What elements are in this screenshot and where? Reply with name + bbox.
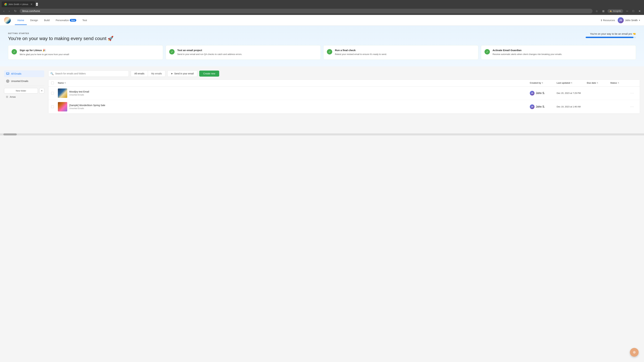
check-icon-2: ✓ bbox=[327, 49, 332, 54]
sidebar-item-all-emails[interactable]: All Emails bbox=[4, 70, 44, 77]
card-content-0: Sign up for Litmus 🎉 We're glad you're h… bbox=[20, 49, 160, 56]
getting-started-label: GETTING STARTED bbox=[8, 32, 114, 34]
card-content-1: Test an email project Send in your email… bbox=[177, 49, 317, 56]
progress-bar bbox=[586, 37, 634, 38]
row-1-actions-button[interactable]: ··· bbox=[630, 105, 637, 108]
tab-bar: John Smith > Litmus ✕ + bbox=[0, 0, 644, 7]
svg-point-1 bbox=[6, 80, 9, 82]
row-1-email-name: [Sample] Wonderblum Spring Sale bbox=[69, 104, 105, 107]
sort-due-date-icon[interactable]: ⇅ bbox=[597, 82, 598, 84]
row-1-thumbnail bbox=[58, 102, 67, 111]
col-header-last-updated: Last updated ⇅ bbox=[556, 82, 587, 84]
col-name-label: Name bbox=[58, 82, 64, 84]
sidebar-divider bbox=[4, 86, 44, 86]
sidebar-folder-amas[interactable]: Amas bbox=[4, 94, 44, 99]
select-all-checkbox[interactable] bbox=[51, 82, 54, 84]
row-0-thumbnail bbox=[58, 88, 67, 98]
col-last-updated-label: Last updated bbox=[556, 82, 570, 84]
row-0-creator-name: John S. bbox=[536, 92, 545, 95]
scrollbar-thumb[interactable] bbox=[3, 133, 17, 135]
sort-status-icon[interactable]: ⇅ bbox=[618, 82, 619, 84]
forward-button[interactable]: › bbox=[8, 9, 11, 13]
table-row[interactable]: [Sample] Wonderblum Spring Sale Unsorted… bbox=[48, 100, 640, 114]
nav-build-label: Build bbox=[44, 19, 50, 22]
card-content-3: Activate Email Guardian Receive automati… bbox=[492, 49, 632, 56]
col-status-label: Status bbox=[610, 82, 617, 84]
send-email-button[interactable]: ➤ Send in your email bbox=[167, 70, 197, 77]
nav-personalize[interactable]: Personalize New bbox=[53, 15, 79, 25]
unsorted-icon bbox=[6, 79, 10, 83]
nav-build[interactable]: Build bbox=[42, 15, 52, 25]
new-tab-button[interactable]: + bbox=[36, 3, 38, 6]
sidebar-all-emails-label: All Emails bbox=[11, 72, 21, 75]
resources-label: Resources bbox=[603, 19, 615, 22]
user-name: John Smith bbox=[625, 19, 638, 22]
new-folder-button[interactable]: New folder bbox=[4, 88, 38, 93]
row-1-name-group: [Sample] Wonderblum Spring Sale Unsorted… bbox=[69, 104, 105, 110]
card-title-2: Run a final check bbox=[335, 49, 475, 52]
resources-button[interactable]: ℹ Resources bbox=[601, 19, 615, 22]
sort-last-updated-icon[interactable]: ⇅ bbox=[571, 82, 572, 84]
nav-design[interactable]: Design bbox=[28, 15, 41, 25]
check-icon-0: ✓ bbox=[12, 49, 17, 54]
row-0-avatar: JS bbox=[530, 91, 534, 95]
row-1-creator-name: John S. bbox=[536, 105, 545, 108]
active-tab[interactable]: John Smith > Litmus ✕ bbox=[2, 1, 35, 7]
checklist-card-1: ✓ Test an email project Send in your ema… bbox=[166, 45, 321, 60]
table-row[interactable]: Moodjoy test Email Unsorted Emails JS Jo… bbox=[48, 86, 640, 100]
back-button[interactable]: ‹ bbox=[2, 9, 6, 13]
sidebar-unsorted-label: Unsorted Emails bbox=[11, 80, 28, 82]
sidebar-item-unsorted[interactable]: Unsorted Emails bbox=[4, 78, 44, 84]
main-content: 🔍 All emails My emails ➤ Send in your em… bbox=[48, 70, 640, 129]
search-input[interactable] bbox=[48, 70, 129, 77]
emails-table: Name ⇅ Created by ⇅ Last updated ⇅ Due d… bbox=[48, 79, 640, 114]
hero-right: You're on your way to be an email pro 🤜 bbox=[586, 32, 636, 38]
row-1-email-folder: Unsorted Emails bbox=[69, 107, 105, 110]
col-header-created-by: Created by ⇅ bbox=[530, 82, 556, 84]
sort-created-by-icon[interactable]: ⇅ bbox=[542, 82, 543, 84]
chevron-down-icon: ▾ bbox=[639, 19, 640, 21]
row-0-checkbox[interactable] bbox=[51, 92, 54, 94]
nav-bar: ‹ › ↻ ☆ ⊞ 🕵 Incognito ─ □ ✕ bbox=[0, 7, 644, 15]
hero-section: GETTING STARTED You're on your way to ma… bbox=[0, 26, 644, 66]
create-new-button[interactable]: Create new bbox=[199, 70, 219, 77]
row-0-thumb-image bbox=[58, 88, 67, 98]
user-profile-button[interactable]: JS John Smith ▾ bbox=[618, 17, 640, 23]
tab-favicon bbox=[4, 3, 7, 6]
folder-menu-button[interactable]: ≡ bbox=[39, 88, 44, 93]
card-desc-2: Retest your revised email to ensure it's… bbox=[335, 53, 475, 56]
my-emails-filter-button[interactable]: My emails bbox=[148, 70, 165, 77]
row-0-actions-button[interactable]: ··· bbox=[630, 91, 637, 95]
checklist-cards: ✓ Sign up for Litmus 🎉 We're glad you're… bbox=[8, 45, 636, 60]
address-bar[interactable] bbox=[20, 9, 592, 13]
checklist-card-3: ✓ Activate Email Guardian Receive automa… bbox=[481, 45, 636, 60]
folder-amas-label: Amas bbox=[10, 95, 16, 98]
horizontal-scrollbar[interactable] bbox=[0, 133, 644, 135]
hero-left: GETTING STARTED You're on your way to ma… bbox=[8, 32, 114, 41]
nav-home[interactable]: Home bbox=[15, 15, 27, 25]
nav-test[interactable]: Test bbox=[80, 15, 90, 25]
browser-chrome: John Smith > Litmus ✕ + ‹ › ↻ ☆ ⊞ 🕵 Inco… bbox=[0, 0, 644, 15]
minimize-button[interactable]: ─ bbox=[625, 9, 630, 13]
app-logo[interactable] bbox=[4, 17, 11, 24]
col-created-by-label: Created by bbox=[530, 82, 541, 84]
hero-row: GETTING STARTED You're on your way to ma… bbox=[8, 32, 636, 41]
avatar: JS bbox=[618, 17, 624, 23]
top-navigation: Home Design Build Personalize New Test ℹ… bbox=[0, 15, 644, 26]
extensions-button[interactable]: ⊞ bbox=[601, 9, 606, 13]
check-icon-1: ✓ bbox=[169, 49, 174, 54]
search-bar: 🔍 bbox=[48, 70, 129, 77]
row-1-checkbox[interactable] bbox=[51, 105, 54, 108]
close-button[interactable]: ✕ bbox=[637, 9, 642, 13]
inbox-icon bbox=[6, 72, 10, 75]
search-icon: 🔍 bbox=[50, 72, 54, 75]
bookmark-button[interactable]: ☆ bbox=[594, 9, 599, 13]
col-due-date-label: Due date bbox=[587, 82, 596, 84]
nav-personalize-label: Personalize bbox=[56, 19, 69, 22]
reload-button[interactable]: ↻ bbox=[13, 8, 18, 13]
maximize-button[interactable]: □ bbox=[631, 9, 636, 13]
sort-name-icon[interactable]: ⇅ bbox=[64, 82, 66, 84]
row-0-created-by: JS John S. bbox=[530, 91, 556, 95]
tab-close-button[interactable]: ✕ bbox=[30, 3, 32, 6]
all-emails-filter-button[interactable]: All emails bbox=[131, 70, 148, 77]
